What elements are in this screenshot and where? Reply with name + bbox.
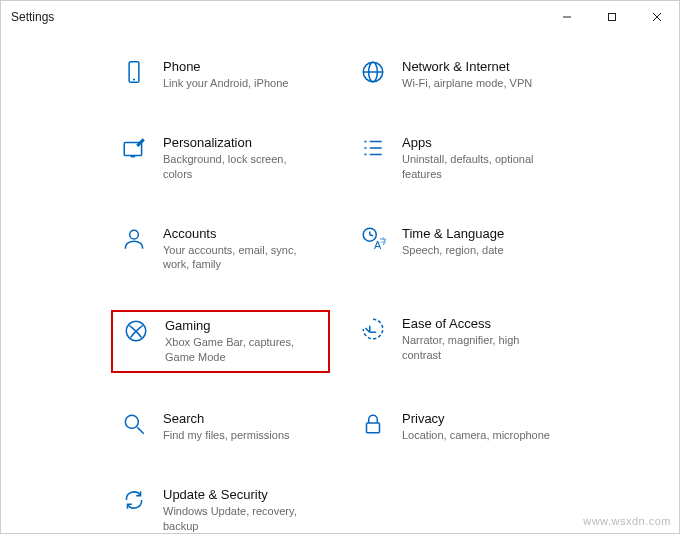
maximize-button[interactable] [589, 1, 634, 33]
person-icon [119, 226, 149, 256]
settings-grid: Phone Link your Android, iPhone Network … [41, 53, 639, 534]
minimize-button[interactable] [544, 1, 589, 33]
search-icon [119, 411, 149, 441]
item-desc: Background, lock screen, colors [163, 152, 313, 182]
item-title: Gaming [165, 318, 315, 333]
svg-point-24 [125, 415, 138, 428]
settings-content: Phone Link your Android, iPhone Network … [1, 33, 679, 534]
settings-item-search[interactable]: Search Find my files, permissions [111, 405, 330, 449]
item-desc: Location, camera, microphone [402, 428, 550, 443]
svg-point-17 [130, 230, 139, 239]
item-title: Privacy [402, 411, 550, 426]
svg-line-25 [137, 427, 144, 434]
svg-rect-1 [608, 14, 615, 21]
settings-item-network[interactable]: Network & Internet Wi-Fi, airplane mode,… [350, 53, 569, 97]
settings-item-apps[interactable]: Apps Uninstall, defaults, optional featu… [350, 129, 569, 188]
item-title: Network & Internet [402, 59, 532, 74]
window-title: Settings [11, 10, 54, 24]
svg-line-20 [370, 234, 373, 235]
settings-item-ease-of-access[interactable]: Ease of Access Narrator, magnifier, high… [350, 310, 569, 373]
settings-item-gaming[interactable]: Gaming Xbox Game Bar, captures, Game Mod… [111, 310, 330, 373]
item-title: Personalization [163, 135, 313, 150]
close-button[interactable] [634, 1, 679, 33]
item-desc: Find my files, permissions [163, 428, 290, 443]
item-title: Time & Language [402, 226, 504, 241]
item-desc: Link your Android, iPhone [163, 76, 288, 91]
ease-of-access-icon [358, 316, 388, 346]
item-title: Apps [402, 135, 552, 150]
globe-icon [358, 59, 388, 89]
settings-item-time-language[interactable]: A字 Time & Language Speech, region, date [350, 220, 569, 279]
apps-list-icon [358, 135, 388, 165]
svg-rect-26 [367, 423, 380, 433]
window-controls [544, 1, 679, 33]
item-desc: Xbox Game Bar, captures, Game Mode [165, 335, 315, 365]
item-desc: Speech, region, date [402, 243, 504, 258]
item-desc: Narrator, magnifier, high contrast [402, 333, 552, 363]
watermark-text: www.wsxdn.com [583, 515, 671, 527]
sync-icon [119, 487, 149, 517]
settings-item-personalization[interactable]: Personalization Background, lock screen,… [111, 129, 330, 188]
settings-item-accounts[interactable]: Accounts Your accounts, email, sync, wor… [111, 220, 330, 279]
item-title: Accounts [163, 226, 313, 241]
clock-language-icon: A字 [358, 226, 388, 256]
item-title: Ease of Access [402, 316, 552, 331]
phone-icon [119, 59, 149, 89]
paintbrush-icon [119, 135, 149, 165]
item-desc: Your accounts, email, sync, work, family [163, 243, 313, 273]
item-desc: Uninstall, defaults, optional features [402, 152, 552, 182]
svg-text:字: 字 [380, 237, 387, 246]
settings-item-update-security[interactable]: Update & Security Windows Update, recove… [111, 481, 330, 534]
settings-item-privacy[interactable]: Privacy Location, camera, microphone [350, 405, 569, 449]
xbox-icon [121, 318, 151, 348]
titlebar: Settings [1, 1, 679, 33]
settings-item-phone[interactable]: Phone Link your Android, iPhone [111, 53, 330, 97]
item-title: Search [163, 411, 290, 426]
item-desc: Wi-Fi, airplane mode, VPN [402, 76, 532, 91]
item-title: Phone [163, 59, 288, 74]
lock-icon [358, 411, 388, 441]
item-desc: Windows Update, recovery, backup [163, 504, 313, 534]
item-title: Update & Security [163, 487, 313, 502]
